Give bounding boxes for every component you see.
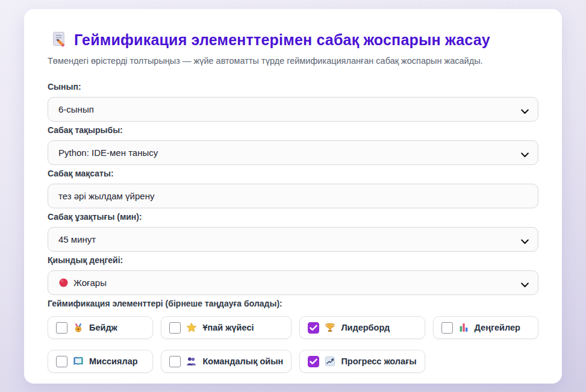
checkbox-label: Бейдж [89,323,117,332]
progress-bar-checkbox[interactable] [308,356,319,367]
checkbox-item-leaderboard[interactable]: Лидерборд [299,316,425,339]
open-book-icon [73,356,84,367]
gamification-elements-grid: Бейдж Ұпай жүйесі [48,316,538,373]
lesson-plan-form-card: Геймификация элементтерімен сабақ жоспар… [24,9,562,384]
checkbox-label: Командалық ойын [202,356,283,366]
field-group-class: Сынып: 6-сынып [48,82,538,122]
class-label: Сынып: [48,82,538,92]
difficulty-select[interactable]: Жоғары [48,270,538,295]
class-select-value: 6-сынып [58,104,94,114]
chevron-down-icon [521,279,529,290]
chevron-down-icon [521,236,529,246]
class-select[interactable]: 6-сынып [48,97,538,122]
checkbox-item-points[interactable]: Ұпай жүйесі [161,316,291,339]
checkbox-item-badge[interactable]: Бейдж [48,316,153,339]
duration-select[interactable]: 45 минут [48,227,538,252]
checkbox-label: Прогресс жолағы [341,356,416,366]
checkbox-item-missions[interactable]: Миссиялар [48,350,153,373]
trophy-icon [325,322,335,333]
checkbox-item-progress-bar[interactable]: Прогресс жолағы [299,350,425,373]
difficulty-select-value: Жоғары [73,278,107,288]
team-game-checkbox[interactable] [169,356,181,367]
lesson-form: Сынып: 6-сынып Сабақ тақырыбы: Python: I… [48,82,538,373]
medal-icon [73,322,84,333]
page-title: Геймификация элементтерімен сабақ жоспар… [74,31,490,49]
points-checkbox[interactable] [169,322,181,334]
topic-label: Сабақ тақырыбы: [48,125,538,135]
progress-chart-icon [325,356,335,367]
field-group-difficulty: Қиындық деңгейі: Жоғары [48,255,538,295]
badge-checkbox[interactable] [56,322,67,334]
memo-icon [51,31,67,49]
field-group-topic: Сабақ тақырыбы: Python: IDE-мен танысу [48,125,538,165]
goal-input-wrapper [48,184,538,208]
gamification-elements-label: Геймификация элементтері (бірнеше таңдау… [48,299,538,308]
checkbox-item-team-game[interactable]: Командалық ойын [161,350,291,373]
missions-checkbox[interactable] [56,356,67,367]
checkbox-label: Деңгейлер [475,323,520,332]
topic-select[interactable]: Python: IDE-мен танысу [48,140,538,165]
field-group-duration: Сабақ ұзақтығы (мин): 45 минут [48,212,538,252]
duration-label: Сабақ ұзақтығы (мин): [48,212,538,222]
leaderboard-checkbox[interactable] [308,322,319,334]
difficulty-label: Қиындық деңгейі: [48,255,538,265]
checkbox-label: Миссиялар [89,356,138,366]
topic-select-value: Python: IDE-мен танысу [58,148,158,158]
goal-input[interactable] [58,191,514,201]
red-circle-icon [58,278,69,288]
levels-checkbox[interactable] [441,322,453,334]
page-subtitle: Төмендегі өрістерді толтырыңыз — жүйе ав… [48,56,538,66]
checkbox-item-levels[interactable]: Деңгейлер [433,316,538,339]
checkbox-label: Ұпай жүйесі [202,323,254,332]
bar-chart-icon [458,322,469,333]
chevron-down-icon [521,106,529,116]
page-header: Геймификация элементтерімен сабақ жоспар… [51,31,538,49]
goal-label: Сабақ мақсаты: [48,169,538,178]
star-icon [186,322,197,333]
chevron-down-icon [521,149,529,160]
team-icon [186,356,197,367]
duration-select-value: 45 минут [58,234,96,244]
field-group-goal: Сабақ мақсаты: [48,169,538,208]
checkbox-label: Лидерборд [341,323,390,332]
